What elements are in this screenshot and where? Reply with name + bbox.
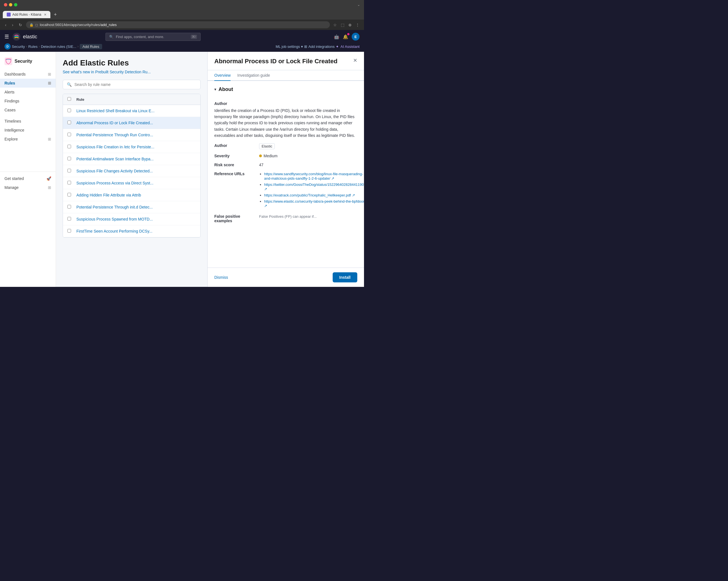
row-checkbox-5[interactable]	[68, 169, 71, 172]
table-row[interactable]: Suspicious File Creation in /etc for Per…	[63, 141, 200, 153]
sidebar-item-intelligence[interactable]: Intelligence	[0, 126, 56, 135]
table-row[interactable]: Potential Antimalware Scan Interface Byp…	[63, 153, 200, 165]
row-checkbox-0[interactable]	[68, 108, 71, 112]
new-tab-button[interactable]: +	[51, 12, 59, 18]
traffic-lights	[4, 3, 17, 6]
user-avatar[interactable]: E	[352, 33, 360, 41]
list-item: https://www.sandflysecurity.com/blog/lin…	[264, 172, 364, 180]
extensions-button[interactable]: ⬚	[340, 22, 345, 28]
breadcrumb-detection-rules[interactable]: Detection rules (SIE...	[41, 45, 76, 49]
reload-button[interactable]: ↻	[17, 22, 24, 28]
severity-text: Medium	[264, 154, 278, 158]
tab-title: Add Rules - Kibana	[12, 12, 41, 17]
rule-link-7[interactable]: Adding Hidden File Attribute via Attrib	[76, 193, 141, 197]
forward-button[interactable]: ›	[10, 22, 15, 28]
rule-link-5[interactable]: Suspicious File Changes Activity Detecte…	[76, 169, 153, 173]
content-area: Add Elastic Rules See what's new in Preb…	[56, 52, 207, 287]
hamburger-menu-button[interactable]: ☰	[4, 33, 9, 40]
detail-tabs: Overview Investigation guide	[208, 70, 364, 81]
detail-close-button[interactable]: ✕	[353, 57, 357, 64]
sidebar-item-manage[interactable]: Manage ⊞	[0, 183, 56, 192]
close-traffic-light[interactable]	[4, 3, 7, 6]
window-controls: ⌄	[357, 3, 360, 7]
row-checkbox-3[interactable]	[68, 145, 71, 148]
risk-score-value: 47	[259, 162, 357, 167]
sidebar-item-dashboards[interactable]: Dashboards ⊞	[0, 70, 56, 79]
rule-link-9[interactable]: Suspicious Process Spawned from MOTD...	[76, 217, 153, 221]
assist-button[interactable]: 🤖	[334, 34, 339, 40]
minimize-traffic-light[interactable]	[9, 3, 12, 6]
ref-link-2[interactable]: https://exatrack.com/public/Tricephalic_…	[264, 193, 355, 197]
global-search[interactable]: 🔍 Find apps, content, and more. ⌘/	[105, 33, 201, 41]
install-button[interactable]: Install	[333, 272, 357, 282]
sidebar-item-timelines[interactable]: Timelines	[0, 117, 56, 126]
breadcrumb-rules[interactable]: Rules	[28, 45, 37, 49]
browser-tab-active[interactable]: Add Rules - Kibana ✕	[3, 11, 50, 18]
rule-search-bar[interactable]: 🔍	[63, 80, 201, 89]
explore-grid-icon: ⊞	[48, 137, 51, 141]
rule-search-input[interactable]	[74, 82, 197, 87]
severity-dot	[259, 154, 262, 157]
row-checkbox-1[interactable]	[68, 121, 71, 124]
row-checkbox-8[interactable]	[68, 205, 71, 208]
table-row[interactable]: Potential Persistence Through init.d Det…	[63, 201, 200, 213]
rule-link-3[interactable]: Suspicious File Creation in /etc for Per…	[76, 145, 154, 149]
rule-link-10[interactable]: FirstTime Seen Account Performing DCSy..…	[76, 229, 153, 233]
rule-link-1[interactable]: Abnormal Process ID or Lock File Created…	[76, 121, 153, 125]
detail-header: Abnormal Process ID or Lock File Created…	[208, 52, 364, 70]
sidebar-item-findings[interactable]: Findings	[0, 97, 56, 105]
collapse-icon[interactable]: ▾	[214, 87, 216, 92]
table-row[interactable]: Linux Restricted Shell Breakout via Linu…	[63, 105, 200, 117]
sidebar-item-get-started[interactable]: Get started 🚀	[0, 174, 56, 183]
row-checkbox-6[interactable]	[68, 181, 71, 184]
breadcrumb-security[interactable]: Security	[12, 45, 25, 49]
bookmark-button[interactable]: ☆	[332, 22, 338, 28]
address-bar[interactable]: 🔒 ◻ localhost:5601/kbn/app/security/rule…	[26, 21, 330, 28]
tab-investigation-guide[interactable]: Investigation guide	[237, 70, 270, 81]
maximize-traffic-light[interactable]	[14, 3, 17, 6]
ref-link-0[interactable]: https://www.sandflysecurity.com/blog/lin…	[264, 172, 363, 180]
rule-link-6[interactable]: Suspicious Process Access via Direct Sys…	[76, 181, 153, 185]
ml-job-settings-button[interactable]: ML job settings ▾	[276, 45, 303, 49]
download-button[interactable]: ⊕	[347, 22, 353, 28]
tab-close-btn[interactable]: ✕	[44, 13, 47, 17]
promo-link[interactable]: See what's new in Prebuilt Security Dete…	[63, 70, 201, 74]
select-all-checkbox[interactable]	[68, 97, 71, 101]
table-row[interactable]: Suspicious Process Access via Direct Sys…	[63, 177, 200, 189]
row-checkbox-9[interactable]	[68, 217, 71, 221]
sidebar-item-alerts[interactable]: Alerts	[0, 87, 56, 97]
table-row[interactable]: FirstTime Seen Account Performing DCSy..…	[63, 225, 200, 237]
table-row[interactable]: Suspicious File Changes Activity Detecte…	[63, 165, 200, 177]
sidebar-item-explore[interactable]: Explore ⊞	[0, 135, 56, 144]
ai-assistant-button[interactable]: ✦ AI Assistant	[336, 45, 360, 49]
rule-link-8[interactable]: Potential Persistence Through init.d Det…	[76, 205, 153, 209]
rule-link-0[interactable]: Linux Restricted Shell Breakout via Linu…	[76, 108, 154, 113]
detail-panel: Abnormal Process ID or Lock File Created…	[207, 52, 364, 287]
table-row[interactable]: Abnormal Process ID or Lock File Created…	[63, 117, 200, 129]
reference-urls-label: Reference URLs	[214, 172, 259, 210]
list-item: https://www.elastic.co/security-labs/a-p…	[264, 199, 364, 208]
row-checkbox-2[interactable]	[68, 133, 71, 136]
sidebar-item-cases[interactable]: Cases	[0, 105, 56, 115]
menu-button[interactable]: ⋮	[355, 22, 361, 28]
table-row[interactable]: Suspicious Process Spawned from MOTD...	[63, 213, 200, 225]
severity-value: Medium	[259, 154, 357, 158]
rule-link-2[interactable]: Potential Persistence Through Run Contro…	[76, 133, 153, 137]
false-positive-value: False Positives (FP) can appear if...	[259, 214, 357, 223]
dismiss-button[interactable]: Dismiss	[214, 273, 228, 282]
sidebar-item-rules[interactable]: Rules ⊞	[0, 79, 56, 87]
row-checkbox-7[interactable]	[68, 193, 71, 197]
ref-link-1[interactable]: https://twitter.com/GossiTheDog/status/1…	[264, 182, 364, 191]
add-integrations-button[interactable]: ⊞ Add integrations	[304, 45, 335, 49]
row-checkbox-4[interactable]	[68, 157, 71, 160]
notifications-button[interactable]: 🔔	[343, 34, 348, 40]
back-button[interactable]: ‹	[3, 22, 8, 28]
ref-link-3[interactable]: https://www.elastic.co/security-labs/a-p…	[264, 199, 364, 208]
table-row[interactable]: Potential Persistence Through Run Contro…	[63, 129, 200, 141]
table-row[interactable]: Adding Hidden File Attribute via Attrib	[63, 189, 200, 201]
breadcrumb-add-rules: Add Rules	[80, 44, 102, 49]
detail-content: ▾ About Author Author Identifies the cre…	[208, 81, 364, 268]
tab-overview[interactable]: Overview	[214, 70, 231, 81]
row-checkbox-10[interactable]	[68, 229, 71, 232]
rule-link-4[interactable]: Potential Antimalware Scan Interface Byp…	[76, 157, 154, 161]
